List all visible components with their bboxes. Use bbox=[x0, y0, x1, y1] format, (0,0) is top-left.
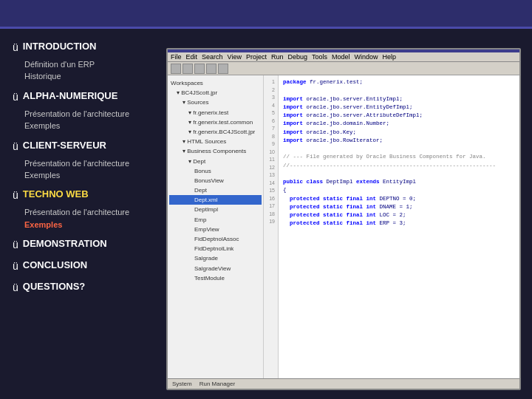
ide-statusbar: System Run Manager bbox=[168, 378, 519, 389]
line-num-1: 1 bbox=[267, 78, 275, 86]
code-content: package fr.generix.test; import oracle.j… bbox=[279, 75, 519, 378]
tree-item-18[interactable]: Salgrade bbox=[169, 253, 262, 263]
nav-label-1: ALPHA-NUMERIQUE bbox=[23, 90, 118, 101]
tree-item-19[interactable]: SalgradeView bbox=[169, 264, 262, 273]
line-num-7: 7 bbox=[267, 125, 275, 133]
tree-item-15[interactable]: EmpView bbox=[169, 225, 262, 234]
tree-item-8[interactable]: ▾ Dept bbox=[169, 157, 262, 166]
slide: ü INTRODUCTION Définition d'un ERPHistor… bbox=[0, 0, 532, 399]
menu-item-4[interactable]: Project bbox=[246, 53, 267, 61]
line-num-11: 11 bbox=[267, 156, 275, 164]
tree-item-14[interactable]: Emp bbox=[169, 215, 262, 225]
statusbar-system: System bbox=[172, 381, 192, 387]
line-num-13: 13 bbox=[267, 171, 275, 180]
line-num-8: 8 bbox=[267, 133, 275, 141]
nav-item-3[interactable]: ü TECHNO WEB bbox=[11, 185, 144, 204]
menu-item-10[interactable]: Help bbox=[383, 53, 397, 61]
menu-item-9[interactable]: Window bbox=[355, 53, 378, 61]
ide-window: FileEditSearchViewProjectRunDebugToolsMo… bbox=[166, 48, 521, 390]
tree-item-3[interactable]: ▾ fr.generix.test bbox=[169, 108, 262, 117]
sub-item-3-1: Exemples bbox=[24, 219, 144, 231]
toolbar-btn-4[interactable] bbox=[206, 64, 216, 74]
tree-item-0[interactable]: Workspaces bbox=[169, 78, 262, 88]
sub-item-2-0: Présentation de l'architecture bbox=[24, 158, 144, 169]
tree-item-1[interactable]: ▾ BC4JScott.jpr bbox=[169, 88, 262, 98]
sub-item-1-1: Exemples bbox=[24, 120, 144, 132]
line-num-18: 18 bbox=[267, 211, 275, 219]
tree-item-2[interactable]: ▾ Sources bbox=[169, 98, 262, 107]
nav-label-5: CONCLUSION bbox=[23, 259, 87, 270]
nav-item-6[interactable]: ü QUESTIONS? bbox=[11, 278, 144, 296]
statusbar-runmanager: Run Manager bbox=[200, 381, 235, 387]
line-num-16: 16 bbox=[267, 195, 275, 203]
nav-label-3: TECHNO WEB bbox=[23, 188, 89, 200]
line-num-14: 14 bbox=[267, 180, 275, 188]
sub-item-1-0: Présentation de l'architecture bbox=[24, 109, 144, 120]
nav-item-1[interactable]: ü ALPHA-NUMERIQUE bbox=[11, 87, 144, 106]
tree-item-9[interactable]: Bonus bbox=[169, 166, 262, 176]
ide-menu-bar: FileEditSearchViewProjectRunDebugToolsMo… bbox=[168, 52, 519, 62]
line-numbers: 12345678910111213141516171819 bbox=[264, 75, 279, 378]
sub-items-0: Définition d'un ERPHistorique bbox=[11, 59, 144, 83]
nav-item-0[interactable]: ü INTRODUCTION bbox=[11, 38, 144, 56]
menu-item-6[interactable]: Debug bbox=[287, 53, 307, 61]
menu-item-7[interactable]: Tools bbox=[312, 53, 327, 61]
nav-item-2[interactable]: ü CLIENT-SERVEUR bbox=[11, 137, 144, 155]
tree-item-5[interactable]: ▾ fr.generix.BC4JScott.jpr bbox=[169, 127, 262, 137]
tree-item-16[interactable]: FidDeptnolAssoc bbox=[169, 234, 262, 244]
nav-bullet-1: ü bbox=[13, 91, 18, 103]
nav-label-4: DEMONSTRATION bbox=[23, 238, 107, 249]
nav-item-4[interactable]: ü DEMONSTRATION bbox=[11, 235, 144, 253]
ide-nav-tree: Workspaces▾ BC4JScott.jpr▾ Sources▾ fr.g… bbox=[168, 75, 264, 378]
tree-item-10[interactable]: BonusView bbox=[169, 176, 262, 185]
line-num-19: 19 bbox=[267, 218, 275, 226]
toolbar-btn-2[interactable] bbox=[183, 64, 193, 74]
nav-bullet-3: ü bbox=[13, 189, 18, 201]
line-num-2: 2 bbox=[267, 86, 275, 95]
sub-item-0-1: Historique bbox=[24, 71, 144, 82]
sub-items-1: Présentation de l'architectureExemples bbox=[11, 109, 144, 132]
nav-label-6: QUESTIONS? bbox=[23, 281, 86, 292]
slide-header bbox=[0, 0, 532, 29]
sub-item-0-0: Définition d'un ERP bbox=[24, 59, 144, 70]
tree-item-13[interactable]: DeptImpl bbox=[169, 205, 262, 214]
menu-item-0[interactable]: File bbox=[171, 53, 182, 61]
menu-item-2[interactable]: Search bbox=[202, 53, 223, 61]
tree-item-11[interactable]: Dept bbox=[169, 185, 262, 195]
line-num-10: 10 bbox=[267, 149, 275, 157]
tree-item-6[interactable]: ▾ HTML Sources bbox=[169, 137, 262, 146]
line-num-3: 3 bbox=[267, 94, 275, 102]
menu-item-1[interactable]: Edit bbox=[186, 53, 198, 61]
toolbar-btn-1[interactable] bbox=[171, 64, 181, 74]
nav-bullet-2: ü bbox=[13, 140, 18, 152]
tree-item-20[interactable]: TestModule bbox=[169, 273, 262, 283]
nav-bullet-5: ü bbox=[13, 260, 18, 272]
line-num-5: 5 bbox=[267, 109, 275, 117]
ide-body: Workspaces▾ BC4JScott.jpr▾ Sources▾ fr.g… bbox=[168, 75, 519, 378]
sub-items-3: Présentation de l'architectureExemples bbox=[11, 207, 144, 231]
ide-toolbar bbox=[168, 62, 519, 75]
tree-item-12[interactable]: Dept.xml bbox=[169, 195, 262, 205]
toolbar-btn-5[interactable] bbox=[218, 64, 228, 74]
line-num-15: 15 bbox=[267, 187, 275, 195]
line-num-6: 6 bbox=[267, 117, 275, 126]
nav-item-5[interactable]: ü CONCLUSION bbox=[11, 256, 144, 275]
line-num-17: 17 bbox=[267, 202, 275, 211]
line-num-4: 4 bbox=[267, 102, 275, 110]
toolbar-btn-3[interactable] bbox=[194, 64, 205, 74]
menu-item-3[interactable]: View bbox=[228, 53, 242, 61]
line-num-12: 12 bbox=[267, 164, 275, 172]
nav-label-0: INTRODUCTION bbox=[23, 41, 97, 52]
sub-item-2-1: Exemples bbox=[24, 170, 144, 181]
menu-item-8[interactable]: Model bbox=[332, 53, 350, 61]
nav-bullet-6: ü bbox=[13, 282, 18, 293]
slide-content: ü INTRODUCTION Définition d'un ERPHistor… bbox=[0, 29, 532, 399]
left-nav-panel: ü INTRODUCTION Définition d'un ERPHistor… bbox=[0, 29, 155, 399]
line-num-9: 9 bbox=[267, 140, 275, 149]
nav-label-2: CLIENT-SERVEUR bbox=[23, 140, 106, 151]
tree-item-4[interactable]: ▾ fr.generix.test.common bbox=[169, 117, 262, 127]
tree-item-7[interactable]: ▾ Business Components bbox=[169, 146, 262, 156]
nav-bullet-0: ü bbox=[13, 41, 18, 53]
tree-item-17[interactable]: FidDeptnolLink bbox=[169, 244, 262, 253]
menu-item-5[interactable]: Run bbox=[271, 53, 284, 61]
